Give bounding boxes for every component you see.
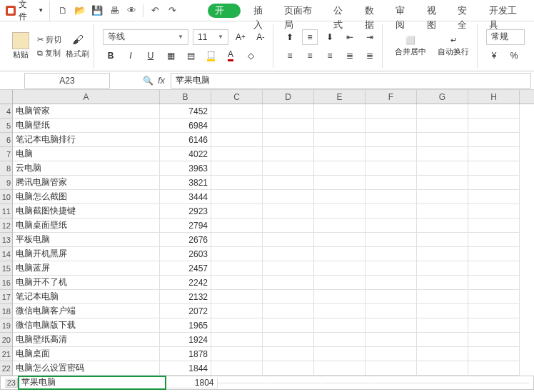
column-header-G[interactable]: G (417, 90, 468, 104)
cell[interactable]: 电脑蓝屏 (13, 261, 160, 276)
cell[interactable] (366, 218, 417, 233)
cell[interactable] (263, 218, 314, 233)
cell[interactable] (211, 247, 263, 261)
font-size-select[interactable]: 11▼ (193, 29, 228, 45)
cell[interactable] (314, 233, 366, 247)
cell[interactable] (366, 304, 417, 318)
cell[interactable]: 笔记本电脑排行 (13, 133, 160, 147)
align-middle-button[interactable]: ≡ (302, 29, 318, 45)
cell[interactable] (211, 218, 263, 233)
column-header-F[interactable]: F (366, 90, 417, 104)
cell[interactable] (417, 204, 468, 218)
cell[interactable] (314, 104, 366, 119)
cell[interactable]: 2603 (160, 247, 211, 261)
formula-input[interactable]: 苹果电脑 (171, 73, 531, 89)
cell[interactable]: 腾讯电脑管家 (13, 176, 160, 190)
preview-icon[interactable]: 👁 (126, 5, 137, 16)
cell[interactable] (417, 119, 468, 133)
increase-font-button[interactable]: A+ (233, 29, 248, 45)
cell[interactable] (468, 176, 520, 190)
cell[interactable] (417, 333, 468, 347)
cell[interactable] (417, 361, 468, 376)
align-center-button[interactable]: ≡ (302, 48, 318, 64)
cell[interactable] (211, 318, 263, 333)
tab-开发工具[interactable]: 开发工具 (489, 4, 525, 18)
cell[interactable] (314, 347, 366, 361)
cell[interactable] (211, 147, 263, 161)
file-menu-button[interactable]: 文件 ▼ (0, 1, 50, 21)
cell[interactable] (417, 161, 468, 176)
cell[interactable] (263, 347, 314, 361)
column-header-A[interactable]: A (13, 90, 160, 104)
cell[interactable] (263, 147, 314, 161)
cell[interactable] (417, 304, 468, 318)
cell[interactable] (211, 104, 263, 119)
cell[interactable] (263, 333, 314, 347)
tab-数据[interactable]: 数据 (365, 4, 383, 18)
cell[interactable]: 2132 (160, 290, 211, 304)
cell[interactable] (366, 204, 417, 218)
column-header-E[interactable]: E (314, 90, 366, 104)
cell[interactable] (263, 204, 314, 218)
cell[interactable] (263, 133, 314, 147)
cell[interactable] (417, 247, 468, 261)
cell[interactable]: 电脑 (13, 147, 160, 161)
cell[interactable] (314, 304, 366, 318)
cell[interactable] (322, 383, 373, 383)
format-painter-button[interactable]: 🖌 格式刷 (66, 34, 89, 59)
cell[interactable] (468, 318, 520, 333)
row-header[interactable]: 22 (0, 361, 13, 376)
cell[interactable] (314, 333, 366, 347)
cell[interactable]: 1965 (160, 318, 211, 333)
cell[interactable] (468, 261, 520, 276)
tab-视图[interactable]: 视图 (427, 4, 445, 18)
cell[interactable] (366, 290, 417, 304)
cell[interactable] (468, 333, 520, 347)
cell[interactable] (417, 347, 468, 361)
open-file-icon[interactable]: 📂 (74, 5, 86, 16)
cell[interactable]: 4022 (160, 147, 211, 161)
select-all-corner[interactable] (0, 90, 13, 104)
cell[interactable] (468, 247, 520, 261)
cell[interactable] (314, 247, 366, 261)
tab-页面布局[interactable]: 页面布局 (284, 4, 321, 18)
cell[interactable] (417, 190, 468, 204)
cell[interactable]: 3444 (160, 190, 211, 204)
table-style-button[interactable]: ▤ (183, 48, 198, 64)
cell[interactable]: 电脑怎么截图 (13, 190, 160, 204)
cell[interactable] (468, 361, 520, 376)
cell[interactable]: 2072 (160, 304, 211, 318)
cell[interactable] (468, 104, 520, 119)
row-header[interactable]: 10 (0, 190, 13, 204)
cell[interactable] (366, 119, 417, 133)
cell[interactable]: 2457 (160, 261, 211, 276)
cell[interactable] (374, 383, 425, 383)
cell[interactable] (468, 204, 520, 218)
align-top-button[interactable]: ⬆ (282, 29, 298, 45)
cell[interactable]: 电脑桌面壁纸 (13, 218, 160, 233)
cell[interactable] (417, 261, 468, 276)
cell[interactable]: 2794 (160, 218, 211, 233)
cell[interactable] (263, 176, 314, 190)
cell[interactable] (314, 318, 366, 333)
paste-button[interactable]: 粘贴 (9, 32, 33, 60)
row-header[interactable]: 7 (0, 147, 13, 161)
fill-color-button[interactable]: ⬚ (203, 48, 218, 64)
new-file-icon[interactable]: 🗋 (57, 5, 69, 16)
undo-icon[interactable]: ↶ (149, 5, 161, 16)
cell[interactable]: 1878 (160, 347, 211, 361)
cell[interactable] (468, 347, 520, 361)
cell[interactable] (366, 261, 417, 276)
cell[interactable]: 6984 (160, 119, 211, 133)
cell[interactable]: 电脑壁纸高清 (13, 333, 160, 347)
cell[interactable] (366, 233, 417, 247)
cell[interactable] (263, 119, 314, 133)
number-format-select[interactable]: 常规 (486, 29, 525, 45)
cell[interactable]: 电脑管家 (13, 104, 160, 119)
cell[interactable] (211, 261, 263, 276)
cell[interactable] (314, 204, 366, 218)
cell[interactable] (366, 276, 417, 290)
cell[interactable] (468, 233, 520, 247)
cell[interactable] (366, 333, 417, 347)
cell[interactable] (211, 204, 263, 218)
